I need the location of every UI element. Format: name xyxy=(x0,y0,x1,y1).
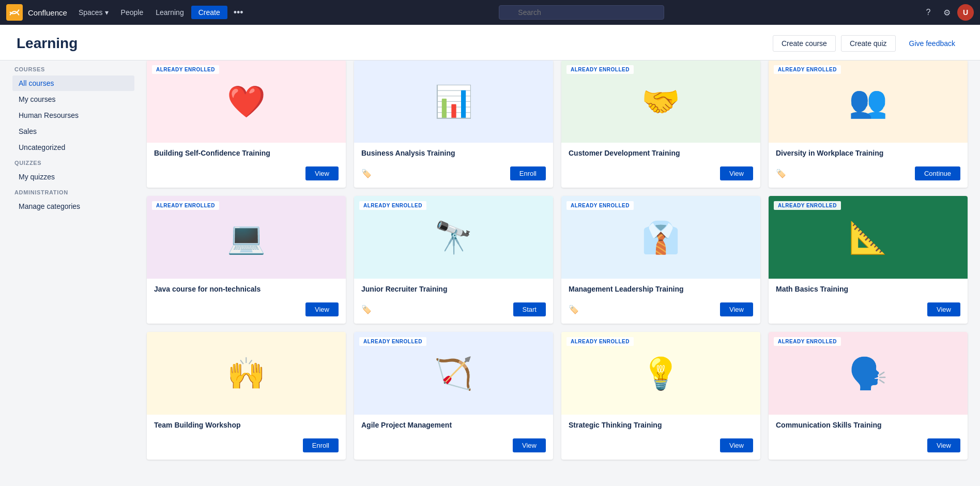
course-card: ALREADY ENROLLED 📐 Math Basics Training … xyxy=(769,196,968,324)
help-icon[interactable]: ? xyxy=(920,4,937,21)
chevron-down-icon: ▾ xyxy=(105,8,109,17)
avatar[interactable]: U xyxy=(957,4,974,21)
course-action-button[interactable]: View xyxy=(720,166,753,180)
sidebar-item-uncategorized[interactable]: Uncategorized xyxy=(12,140,134,155)
course-card: ALREADY ENROLLED 💻 Java course for non-t… xyxy=(147,196,346,324)
card-image: ALREADY ENROLLED ❤️ xyxy=(147,60,346,143)
card-footer: View xyxy=(154,302,339,316)
nav-people[interactable]: People xyxy=(116,6,149,19)
sidebar-section-courses: COURSES xyxy=(14,62,134,75)
search-input[interactable] xyxy=(499,5,664,20)
sidebar-item-my-courses[interactable]: My courses xyxy=(12,92,134,107)
more-options-button[interactable]: ••• xyxy=(229,5,248,20)
course-card: 📊 Business Analysis Training 🏷️ Enroll xyxy=(354,60,553,188)
card-footer: View xyxy=(776,438,960,452)
card-body: Diversity in Workplace Training 🏷️ Conti… xyxy=(769,143,968,188)
course-card: 🙌 Team Building Workshop Enroll xyxy=(147,332,346,460)
course-grid: ALREADY ENROLLED ❤️ Building Self-Confid… xyxy=(147,60,968,460)
course-title: Communication Skills Training xyxy=(776,421,960,429)
search-wrap: 🔍 xyxy=(499,5,664,20)
sidebar-item-manage-categories[interactable]: Manage categories xyxy=(12,199,134,214)
card-body: Agile Project Management View xyxy=(354,415,553,460)
content-wrap: COURSES All courses My courses Human Res… xyxy=(0,50,980,486)
course-action-button[interactable]: View xyxy=(720,438,753,452)
nav-icon-group: ? ⚙ U xyxy=(920,4,974,21)
enrolled-badge: ALREADY ENROLLED xyxy=(152,201,219,210)
card-footer: View xyxy=(569,166,753,180)
nav-learning[interactable]: Learning xyxy=(150,6,189,19)
course-action-button[interactable]: Start xyxy=(513,302,546,316)
card-body: Communication Skills Training View xyxy=(769,415,968,460)
enrolled-badge: ALREADY ENROLLED xyxy=(566,337,634,346)
course-action-button[interactable]: View xyxy=(305,166,339,180)
course-title: Java course for non-technicals xyxy=(154,285,339,293)
course-title: Agile Project Management xyxy=(361,421,546,429)
card-body: Java course for non-technicals View xyxy=(147,279,346,324)
settings-icon[interactable]: ⚙ xyxy=(939,4,955,21)
card-footer: 🏷️ Continue xyxy=(776,166,960,180)
course-action-button[interactable]: Enroll xyxy=(510,166,546,180)
enrolled-badge: ALREADY ENROLLED xyxy=(566,201,634,210)
card-image: ALREADY ENROLLED 👔 xyxy=(561,196,760,279)
course-card: ALREADY ENROLLED 👥 Diversity in Workplac… xyxy=(769,60,968,188)
card-image: ALREADY ENROLLED 💡 xyxy=(561,332,760,415)
enrolled-badge: ALREADY ENROLLED xyxy=(774,337,841,346)
confluence-logo[interactable] xyxy=(6,4,23,21)
course-title: Math Basics Training xyxy=(776,285,960,293)
page-header: Learning Create course Create quiz Give … xyxy=(0,25,980,60)
create-course-button[interactable]: Create course xyxy=(773,35,836,52)
course-action-button[interactable]: Continue xyxy=(915,166,960,180)
course-grid-area: ALREADY ENROLLED ❤️ Building Self-Confid… xyxy=(134,50,980,486)
sidebar-item-all-courses[interactable]: All courses xyxy=(12,75,134,91)
card-body: Strategic Thinking Training View xyxy=(561,415,760,460)
course-title: Management Leadership Training xyxy=(569,285,753,293)
brand-name: Confluence xyxy=(28,8,67,17)
card-footer: View xyxy=(154,166,339,180)
course-illustration: 🙌 xyxy=(147,332,346,415)
course-action-button[interactable]: View xyxy=(513,438,546,452)
course-card: ALREADY ENROLLED 🗣️ Communication Skills… xyxy=(769,332,968,460)
enrolled-badge: ALREADY ENROLLED xyxy=(359,201,426,210)
nav-spaces[interactable]: Spaces ▾ xyxy=(73,6,114,19)
course-card: ALREADY ENROLLED 🔭 Junior Recruiter Trai… xyxy=(354,196,553,324)
sidebar-item-human-resources[interactable]: Human Resourses xyxy=(12,108,134,123)
course-title: Diversity in Workplace Training xyxy=(776,149,960,157)
enrolled-badge: ALREADY ENROLLED xyxy=(152,65,219,74)
tag-icon: 🏷️ xyxy=(361,305,372,314)
card-body: Building Self-Confidence Training View xyxy=(147,143,346,188)
course-card: ALREADY ENROLLED 💡 Strategic Thinking Tr… xyxy=(561,332,760,460)
sidebar-item-sales[interactable]: Sales xyxy=(12,124,134,139)
sidebar-section-quizzes: QUIZZES xyxy=(14,156,134,169)
course-title: Team Building Workshop xyxy=(154,421,339,429)
course-action-button[interactable]: View xyxy=(305,302,339,316)
enrolled-badge: ALREADY ENROLLED xyxy=(774,201,841,210)
course-card: ALREADY ENROLLED 🤝 Customer Development … xyxy=(561,60,760,188)
course-illustration: 📊 xyxy=(354,60,553,143)
create-quiz-button[interactable]: Create quiz xyxy=(841,35,896,52)
create-button[interactable]: Create xyxy=(191,6,227,19)
enrolled-badge: ALREADY ENROLLED xyxy=(774,65,841,74)
card-footer: View xyxy=(776,302,960,316)
card-body: Junior Recruiter Training 🏷️ Start xyxy=(354,279,553,324)
course-action-button[interactable]: View xyxy=(927,302,960,316)
card-image: 📊 xyxy=(354,60,553,143)
sidebar-section-admin: ADMINISTRATION xyxy=(14,185,134,199)
course-action-button[interactable]: View xyxy=(927,438,960,452)
card-body: Customer Development Training View xyxy=(561,143,760,188)
card-image: ALREADY ENROLLED 🗣️ xyxy=(769,332,968,415)
card-body: Team Building Workshop Enroll xyxy=(147,415,346,460)
card-image: ALREADY ENROLLED 🏹 xyxy=(354,332,553,415)
tag-icon: 🏷️ xyxy=(361,169,372,178)
course-card: ALREADY ENROLLED 👔 Management Leadership… xyxy=(561,196,760,324)
card-image: 🙌 xyxy=(147,332,346,415)
course-action-button[interactable]: View xyxy=(720,302,753,316)
card-image: ALREADY ENROLLED 👥 xyxy=(769,60,968,143)
sidebar-item-my-quizzes[interactable]: My quizzes xyxy=(12,169,134,185)
card-image: ALREADY ENROLLED 💻 xyxy=(147,196,346,279)
card-footer: View xyxy=(569,438,753,452)
card-body: Business Analysis Training 🏷️ Enroll xyxy=(354,143,553,188)
course-action-button[interactable]: Enroll xyxy=(303,438,339,452)
course-card: ALREADY ENROLLED ❤️ Building Self-Confid… xyxy=(147,60,346,188)
give-feedback-button[interactable]: Give feedback xyxy=(901,36,964,51)
topnav: Confluence Spaces ▾ People Learning Crea… xyxy=(0,0,980,25)
